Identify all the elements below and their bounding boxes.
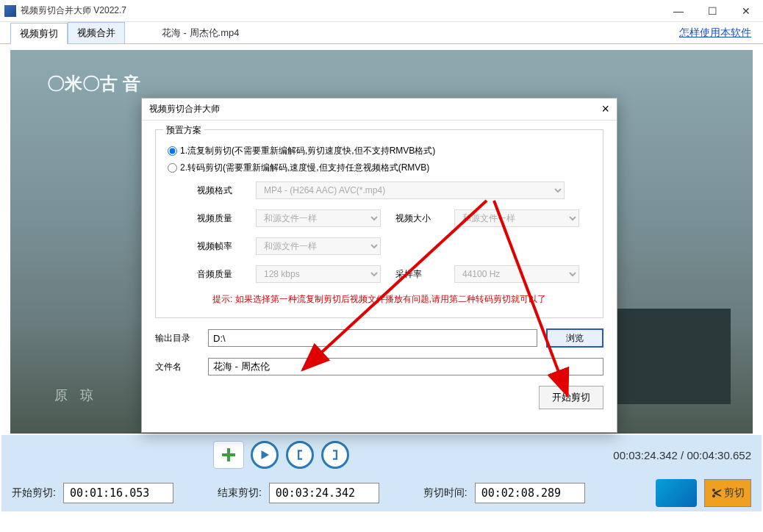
tab-row: 视频剪切 视频合并 花海 - 周杰伦.mp4 怎样使用本软件 bbox=[0, 22, 763, 44]
start-cut-input[interactable] bbox=[63, 483, 173, 503]
preset-radio-2[interactable] bbox=[168, 163, 177, 173]
close-button[interactable]: ✕ bbox=[729, 0, 763, 22]
audio-quality-select: 128 kbps bbox=[256, 265, 381, 283]
video-format-select: MP4 - (H264 AAC) AVC(*.mp4) bbox=[256, 181, 565, 199]
help-link[interactable]: 怎样使用本软件 bbox=[679, 26, 751, 40]
brand-logo bbox=[656, 479, 697, 507]
time-display: 00:03:24.342 / 00:04:30.652 bbox=[613, 449, 751, 461]
mark-end-button[interactable] bbox=[321, 441, 349, 469]
video-watermark-bottom: 原 琼 bbox=[54, 387, 98, 404]
filename-label: 文件名 bbox=[155, 361, 199, 373]
window-controls: — ☐ ✕ bbox=[662, 0, 763, 22]
filename-row: 文件名 bbox=[155, 358, 603, 375]
plus-icon bbox=[220, 446, 237, 464]
cut-times-row: 开始剪切: 结束剪切: 剪切时间: 剪切 bbox=[1, 475, 762, 511]
sample-rate-label: 采样率 bbox=[395, 268, 454, 281]
browse-button[interactable]: 浏览 bbox=[546, 328, 603, 348]
tab-merge[interactable]: 视频合并 bbox=[68, 22, 125, 43]
add-file-button[interactable] bbox=[213, 441, 244, 469]
sample-rate-select: 44100 Hz bbox=[454, 265, 579, 283]
output-dir-input[interactable] bbox=[208, 329, 537, 347]
minimize-button[interactable]: — bbox=[662, 0, 695, 22]
cut-settings-dialog: 视频剪切合并大师 × 预置方案 1.流复制剪切(不需要重新编解码,剪切速度快,但… bbox=[141, 98, 617, 433]
output-dir-label: 输出目录 bbox=[155, 332, 199, 345]
current-filename: 花海 - 周杰伦.mp4 bbox=[162, 26, 239, 40]
play-button[interactable] bbox=[251, 441, 279, 469]
preset-option-2-label: 2.转码剪切(需要重新编解码,速度慢,但支持任意视频格式(RMVB) bbox=[180, 162, 429, 174]
scissors-icon bbox=[711, 487, 723, 499]
titlebar: 视频剪切合并大师 V2022.7 — ☐ ✕ bbox=[0, 0, 763, 22]
playback-controls: 00:03:24.342 / 00:04:30.652 bbox=[1, 435, 762, 475]
duration-label: 剪切时间: bbox=[423, 486, 468, 500]
preset-legend: 预置方案 bbox=[163, 124, 204, 137]
play-icon bbox=[258, 448, 271, 461]
preset-hint: 提示: 如果选择第一种流复制剪切后视频文件播放有问题,请用第二种转码剪切就可以了 bbox=[168, 293, 591, 306]
video-quality-select: 和源文件一样 bbox=[256, 209, 381, 227]
bracket-right-icon bbox=[329, 448, 342, 461]
dialog-close-button[interactable]: × bbox=[601, 101, 609, 117]
cut-button-label: 剪切 bbox=[724, 486, 745, 500]
video-fps-label: 视频帧率 bbox=[197, 240, 256, 253]
filename-input[interactable] bbox=[208, 358, 603, 375]
duration-input[interactable] bbox=[475, 483, 585, 503]
end-cut-input[interactable] bbox=[269, 483, 379, 503]
video-watermark-top: 〇米〇古 音 bbox=[47, 72, 140, 96]
app-icon bbox=[4, 5, 16, 17]
video-format-label: 视频格式 bbox=[197, 184, 256, 197]
cut-button[interactable]: 剪切 bbox=[704, 479, 751, 507]
video-fps-select: 和源文件一样 bbox=[256, 237, 381, 255]
dialog-titlebar: 视频剪切合并大师 × bbox=[142, 98, 617, 121]
video-size-label: 视频大小 bbox=[395, 212, 454, 225]
video-scene-building bbox=[598, 309, 731, 404]
preset-option-1[interactable]: 1.流复制剪切(不需要重新编解码,剪切速度快,但不支持RMVB格式) bbox=[168, 145, 591, 157]
start-cut-label: 开始剪切: bbox=[12, 486, 56, 500]
video-size-select: 和源文件一样 bbox=[454, 209, 579, 227]
audio-quality-label: 音频质量 bbox=[197, 268, 256, 281]
tab-cut[interactable]: 视频剪切 bbox=[10, 23, 68, 44]
video-quality-label: 视频质量 bbox=[197, 212, 256, 225]
preset-option-2[interactable]: 2.转码剪切(需要重新编解码,速度慢,但支持任意视频格式(RMVB) bbox=[168, 162, 591, 174]
preset-fieldset: 预置方案 1.流复制剪切(不需要重新编解码,剪切速度快,但不支持RMVB格式) … bbox=[155, 129, 603, 318]
start-cut-button[interactable]: 开始剪切 bbox=[539, 386, 603, 409]
window-title: 视频剪切合并大师 V2022.7 bbox=[21, 4, 662, 17]
dialog-title: 视频剪切合并大师 bbox=[149, 103, 220, 115]
preset-option-1-label: 1.流复制剪切(不需要重新编解码,剪切速度快,但不支持RMVB格式) bbox=[180, 145, 435, 157]
end-cut-label: 结束剪切: bbox=[218, 486, 262, 500]
maximize-button[interactable]: ☐ bbox=[695, 0, 729, 22]
preset-radio-1[interactable] bbox=[168, 146, 177, 156]
output-dir-row: 输出目录 浏览 bbox=[155, 328, 603, 348]
mark-start-button[interactable] bbox=[286, 441, 314, 469]
bracket-left-icon bbox=[293, 448, 307, 461]
